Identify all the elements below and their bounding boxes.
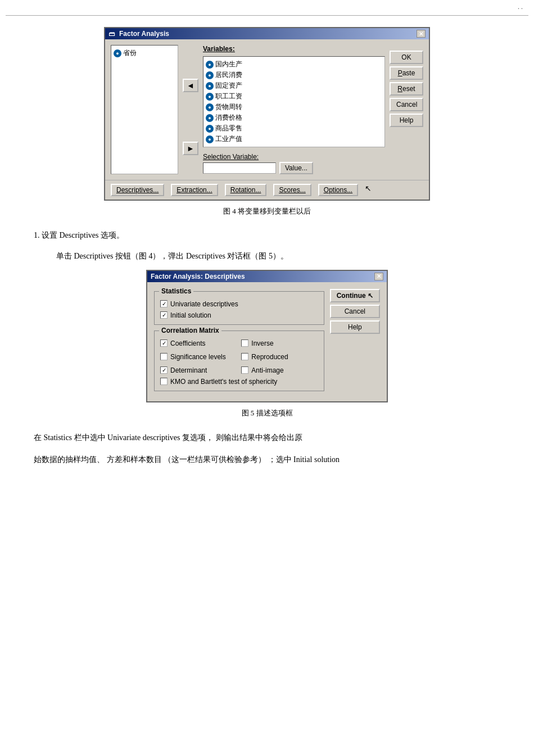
var-label: 商品零售 <box>215 124 242 133</box>
anti-image-label: Anti-image <box>251 366 283 374</box>
desc-left: Statistics Univariate descriptives Initi… <box>154 288 324 396</box>
list-item[interactable]: ●固定资产 <box>206 80 382 91</box>
desc-help-button[interactable]: Help <box>330 320 380 334</box>
paste-button[interactable]: Paste <box>390 66 423 80</box>
desc-dialog-close-button[interactable]: ✕ <box>374 273 383 280</box>
statistics-group-title: Statistics <box>159 287 193 295</box>
kmo-checkbox-row[interactable]: KMO and Bartlett's test of sphericity <box>160 376 318 387</box>
inverse-checkbox-row[interactable]: Inverse <box>241 338 318 349</box>
dialog-titlebar: 🗃 Factor Analysis ✕ <box>105 28 429 39</box>
list-item[interactable]: ●职工工资 <box>206 91 382 102</box>
list-item[interactable]: ●工业产值 <box>206 134 382 144</box>
univariate-checkbox-row[interactable]: Univariate descriptives <box>160 298 318 310</box>
var-icon: ● <box>206 103 214 111</box>
significance-label: Significance levels <box>170 353 226 361</box>
list-item[interactable]: ●商品零售 <box>206 123 382 134</box>
dialog-body: ● 省份 ◄ ► Variables: ●国内生产 ●居民消费 ●固定资产 ●职… <box>105 39 429 180</box>
var-icon: ● <box>114 49 121 57</box>
descriptives-dialog: Factor Analysis: Descriptives ✕ Statisti… <box>146 270 388 402</box>
rotation-button[interactable]: Rotation... <box>225 184 267 196</box>
determinant-checkbox-row[interactable]: Determinant <box>160 365 237 376</box>
statistics-group: Statistics Univariate descriptives Initi… <box>154 291 324 325</box>
reproduced-checkbox[interactable] <box>241 353 248 360</box>
corr-checkboxes: Coefficients Inverse Significance levels… <box>160 338 318 376</box>
variables-label: Variables: <box>203 45 385 53</box>
bottom-text-1: 在 Statistics 栏中选中 Univariate descriptive… <box>34 429 500 447</box>
initial-solution-checkbox-row[interactable]: Initial solution <box>160 310 318 321</box>
list-item[interactable]: ●居民消费 <box>206 70 382 80</box>
var-label: 居民消费 <box>215 70 242 80</box>
page-dots: · · <box>0 0 534 15</box>
factor-analysis-dialog: 🗃 Factor Analysis ✕ ● 省份 ◄ ► Variables: … <box>104 27 430 201</box>
reproduced-label: Reproduced <box>251 353 288 361</box>
value-button[interactable]: Value... <box>279 162 313 174</box>
var-icon: ● <box>206 61 214 69</box>
help-button[interactable]: Help <box>390 114 423 127</box>
scores-button[interactable]: Scores... <box>273 184 311 196</box>
kmo-checkbox[interactable] <box>160 378 168 385</box>
significance-checkbox[interactable] <box>160 353 168 360</box>
move-left-button[interactable]: ◄ <box>183 79 198 92</box>
move-selection-button[interactable]: ► <box>183 142 198 155</box>
list-item[interactable]: ●消费价格 <box>206 112 382 123</box>
initial-solution-checkbox[interactable] <box>160 311 168 319</box>
dialog-icon: 🗃 <box>108 30 115 37</box>
coefficients-checkbox[interactable] <box>160 339 168 347</box>
fig5-caption: 图 5 描述选项框 <box>0 408 534 418</box>
anti-image-checkbox-row[interactable]: Anti-image <box>241 365 318 376</box>
cursor-indicator: ↖ <box>365 184 372 196</box>
var-label: 工业产值 <box>215 134 242 144</box>
var-label: 国内生产 <box>215 60 242 69</box>
ok-button[interactable]: OK <box>390 51 423 64</box>
coefficients-checkbox-row[interactable]: Coefficients <box>160 338 237 349</box>
list-item[interactable]: ●国内生产 <box>206 59 382 70</box>
selection-row: Value... <box>203 162 385 174</box>
left-variable-list: ● 省份 <box>111 45 178 174</box>
var-label: 职工工资 <box>215 92 242 101</box>
section-numbered: 1. 设置 Descriptives 选项。 <box>34 228 500 243</box>
dialog-bottom-bar: Descriptives... Extraction... Rotation..… <box>105 180 429 200</box>
list-item[interactable]: ●货物周转 <box>206 102 382 112</box>
cancel-button[interactable]: Cancel <box>390 98 423 111</box>
var-label: 固定资产 <box>215 81 242 90</box>
determinant-label: Determinant <box>170 366 207 374</box>
correlation-matrix-group: Correlation Matrix Coefficients Inverse … <box>154 331 324 391</box>
extraction-button[interactable]: Extraction... <box>171 184 218 196</box>
options-button[interactable]: Options... <box>318 184 358 196</box>
cursor-arrow: ↖ <box>368 292 373 300</box>
dialog-close-button[interactable]: ✕ <box>417 30 426 38</box>
list-item[interactable]: ● 省份 <box>114 48 175 58</box>
dialog-middle: ◄ ► <box>183 45 198 174</box>
top-divider <box>6 15 528 16</box>
significance-checkbox-row[interactable]: Significance levels <box>160 351 237 363</box>
continue-button[interactable]: Continue ↖ <box>330 289 380 302</box>
determinant-checkbox[interactable] <box>160 366 168 374</box>
anti-image-checkbox[interactable] <box>241 366 248 374</box>
bottom-text-2: 始数据的抽样均值、 方差和样本数目 （这一栏结果可供检验参考） ；选中 Init… <box>34 451 500 469</box>
selection-section: Selection Variable: Value... <box>203 153 385 174</box>
selection-variable-input[interactable] <box>203 162 276 174</box>
reproduced-checkbox-row[interactable]: Reproduced <box>241 351 318 363</box>
selection-variable-label: Selection Variable: <box>203 153 385 161</box>
descriptives-button[interactable]: Descriptives... <box>111 184 164 196</box>
fig4-caption: 图 4 将变量移到变量栏以后 <box>0 206 534 216</box>
reset-button[interactable]: Reset <box>390 82 423 96</box>
var-label: 消费价格 <box>215 113 242 123</box>
inverse-checkbox[interactable] <box>241 339 248 347</box>
variables-label-text: Variables: <box>203 45 235 53</box>
coefficients-label: Coefficients <box>170 339 205 347</box>
left-list-item-label: 省份 <box>123 48 137 58</box>
main-text-section1: 1. 设置 Descriptives 选项。 单击 Descriptives 按… <box>0 228 534 265</box>
desc-right-buttons: Continue ↖ Cancel Help <box>330 288 380 396</box>
var-icon: ● <box>206 71 214 79</box>
desc-dialog-title: Factor Analysis: Descriptives <box>151 273 245 280</box>
desc-body: Statistics Univariate descriptives Initi… <box>147 282 387 401</box>
desc-cancel-button[interactable]: Cancel <box>330 305 380 318</box>
var-label: 货物周转 <box>215 102 242 112</box>
continue-btn-label: Continue <box>337 292 366 300</box>
dialog-title: Factor Analysis <box>119 30 169 38</box>
var-icon: ● <box>206 135 214 143</box>
univariate-checkbox[interactable] <box>160 300 168 307</box>
var-icon: ● <box>206 93 214 101</box>
variables-list: ●国内生产 ●居民消费 ●固定资产 ●职工工资 ●货物周转 ●消费价格 ●商品零… <box>203 56 385 147</box>
